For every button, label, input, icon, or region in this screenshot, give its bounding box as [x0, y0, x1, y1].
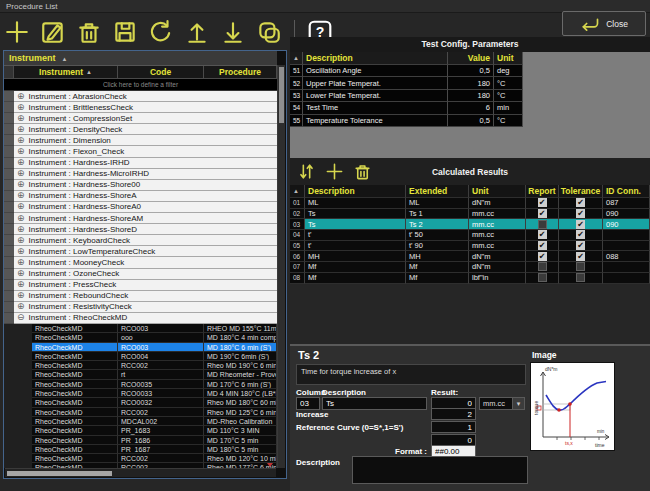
expand-icon[interactable]: ⊕: [17, 147, 25, 156]
expand-icon[interactable]: ⊕: [17, 236, 25, 245]
copy-icon[interactable]: [254, 18, 284, 46]
config-value-cell[interactable]: 180: [448, 77, 494, 89]
expand-icon[interactable]: ⊕: [17, 258, 25, 267]
instrument-row[interactable]: ⊕Instrument : ReboundCheck: [4, 291, 277, 302]
instrument-row[interactable]: ⊕Instrument : Dimension: [4, 135, 277, 146]
tolerance-checkbox[interactable]: ✔: [576, 220, 585, 229]
edit-icon[interactable]: [38, 18, 68, 46]
test-config-row[interactable]: 54Test Time6min: [290, 102, 523, 114]
instrument-row[interactable]: ⊕Instrument : CompressionSet: [4, 113, 277, 124]
column-header-tolerance[interactable]: Tolerance: [559, 185, 603, 198]
instrument-row[interactable]: ⊕Instrument : KeyboardCheck: [4, 235, 277, 246]
expand-icon[interactable]: ⊕: [17, 291, 25, 300]
column-header-id-conn[interactable]: ID Conn.: [603, 185, 650, 198]
expand-icon[interactable]: ⊕: [17, 180, 25, 189]
procedure-row[interactable]: RheoCheckMDRCO003RHEO MD 155°C 11min: [4, 324, 277, 333]
column-header-description[interactable]: Description: [305, 185, 406, 198]
increase-field[interactable]: [431, 408, 476, 420]
expand-icon[interactable]: ⊕: [17, 158, 25, 167]
column-header-report[interactable]: Report: [526, 185, 559, 198]
instrument-row[interactable]: ⊕Instrument : BrittlenessCheck: [4, 102, 277, 113]
column-header-unit[interactable]: Unit: [494, 52, 523, 65]
instrument-group-header[interactable]: Instrument▲: [4, 51, 277, 66]
procedure-row[interactable]: RheoCheckMDMDCAL002MD-Rheo Calibration_0…: [4, 417, 277, 426]
config-value-cell[interactable]: 0,5: [448, 65, 494, 77]
reference-curve-field[interactable]: [431, 421, 476, 433]
add-icon[interactable]: [2, 18, 32, 46]
procedure-row[interactable]: RheoCheckMDRCO003MD 180°C 6 min (S'): [4, 343, 277, 352]
tolerance-checkbox[interactable]: ✔: [576, 198, 585, 207]
test-config-row[interactable]: 51Oscillation Angle0,5deg: [290, 65, 523, 77]
report-checkbox[interactable]: ✔: [538, 230, 547, 239]
tolerance-checkbox[interactable]: ✔: [576, 241, 585, 250]
calc-result-row[interactable]: 01MLMLdN"m✔✔087: [290, 198, 650, 209]
procedure-row[interactable]: RheoCheckMDRCO0032Rheo MD 180°C 60 min: [4, 398, 277, 407]
report-checkbox[interactable]: ✔: [538, 241, 547, 250]
upload-icon[interactable]: [182, 18, 212, 46]
expand-icon[interactable]: ⊕: [17, 92, 25, 101]
save-icon[interactable]: [110, 18, 140, 46]
column-header-procedure[interactable]: Procedure: [204, 66, 277, 79]
procedure-row[interactable]: RheoCheckMDRCO004MD 190°C 6min (S'): [4, 352, 277, 361]
delete-icon[interactable]: [350, 160, 374, 184]
test-config-row[interactable]: 55Temperature Tolerance0,5°C: [290, 115, 523, 127]
tolerance-checkbox[interactable]: ✔: [576, 209, 585, 218]
report-checkbox[interactable]: [538, 262, 547, 271]
result-unit-select[interactable]: mm.cc▾: [479, 397, 525, 410]
expand-icon[interactable]: ⊕: [17, 136, 25, 145]
report-checkbox[interactable]: ✔: [538, 252, 547, 261]
calc-result-row[interactable]: 05t't' 90mm.cc✔✔: [290, 241, 650, 252]
calc-result-row[interactable]: 04t't' 50mm.cc✔✔: [290, 230, 650, 241]
calc-result-row[interactable]: 06MHMHdN"m✔✔088: [290, 251, 650, 262]
instrument-row[interactable]: ⊕Instrument : Hardness-IRHD: [4, 158, 277, 169]
instrument-row[interactable]: ⊕Instrument : Hardness-MicroIRHD: [4, 169, 277, 180]
instrument-row[interactable]: ⊕Instrument : AbrasionCheck: [4, 91, 277, 102]
column-field[interactable]: [296, 397, 320, 410]
expand-icon[interactable]: ⊕: [17, 269, 25, 278]
report-checkbox[interactable]: ✔: [538, 209, 547, 218]
column-header-code[interactable]: Code: [118, 66, 204, 79]
expand-icon[interactable]: ⊕: [17, 114, 25, 123]
report-checkbox[interactable]: [538, 273, 547, 282]
procedure-row[interactable]: RheoCheckMDPR_1687MD 180°C 5 min: [4, 445, 277, 454]
instrument-row[interactable]: ⊕Instrument : ResistivityCheck: [4, 302, 277, 313]
sort-asc-icon[interactable]: ▲: [290, 52, 303, 65]
instrument-row[interactable]: ⊖Instrument : RheoCheckMD: [4, 313, 277, 324]
procedure-row[interactable]: RheoCheckMDRCC002Rheo MD 190°C 6 min (S"…: [4, 361, 277, 370]
instrument-row[interactable]: ⊕Instrument : Hardness-Shore00: [4, 180, 277, 191]
procedure-row[interactable]: RheoCheckMDrtMD Rheometer - Prove Catsie: [4, 370, 277, 379]
column-header-description[interactable]: Description: [303, 52, 448, 65]
refresh-icon[interactable]: [146, 18, 176, 46]
instrument-row[interactable]: ⊕Instrument : OzoneCheck: [4, 269, 277, 280]
scrollbar-thumb[interactable]: [7, 471, 112, 476]
collapse-icon[interactable]: ⊖: [17, 313, 25, 322]
instrument-row[interactable]: ⊕Instrument : MooneyCheck: [4, 257, 277, 268]
procedure-row[interactable]: RheoCheckMDPR_1683MD 110°C 3 MIN: [4, 426, 277, 435]
filter-row[interactable]: Click here to define a filter: [4, 79, 277, 91]
expand-icon[interactable]: ⊕: [17, 214, 25, 223]
procedure-row[interactable]: RheoCheckMDRCO0035MD 170°C 6 min (S'): [4, 380, 277, 389]
chevron-down-icon[interactable]: ▾: [512, 398, 524, 409]
config-value-cell[interactable]: 180: [448, 90, 494, 102]
delete-icon[interactable]: [74, 18, 104, 46]
report-checkbox[interactable]: ✔: [538, 198, 547, 207]
instrument-row[interactable]: ⊕Instrument : DensityCheck: [4, 124, 277, 135]
config-value-cell[interactable]: 6: [448, 102, 494, 114]
instrument-row[interactable]: ⊕Instrument : PressCheck: [4, 280, 277, 291]
download-icon[interactable]: [218, 18, 248, 46]
expand-icon[interactable]: ⊕: [17, 103, 25, 112]
sort-asc-icon[interactable]: ▲: [290, 185, 305, 198]
tolerance-checkbox[interactable]: [576, 273, 585, 282]
procedure-row[interactable]: RheoCheckMDPR_1686MD 170°C 5 min: [4, 436, 277, 445]
tolerance-checkbox[interactable]: ✔: [576, 252, 585, 261]
expand-icon[interactable]: ⊕: [17, 191, 25, 200]
calc-result-row[interactable]: 07MfMfdN"m: [290, 262, 650, 273]
config-value-cell[interactable]: 0,5: [448, 115, 494, 127]
procedure-row[interactable]: RheoCheckMDRCC002Rheo MD 120°C 10 min: [4, 454, 277, 463]
tolerance-checkbox[interactable]: ✔: [576, 230, 585, 239]
calc-result-row[interactable]: 02TsTs 1mm.cc✔✔090: [290, 209, 650, 220]
tolerance-checkbox[interactable]: [576, 262, 585, 271]
description-field[interactable]: [322, 397, 427, 410]
expand-icon[interactable]: ⊕: [17, 302, 25, 311]
sort-icon[interactable]: [294, 160, 318, 184]
